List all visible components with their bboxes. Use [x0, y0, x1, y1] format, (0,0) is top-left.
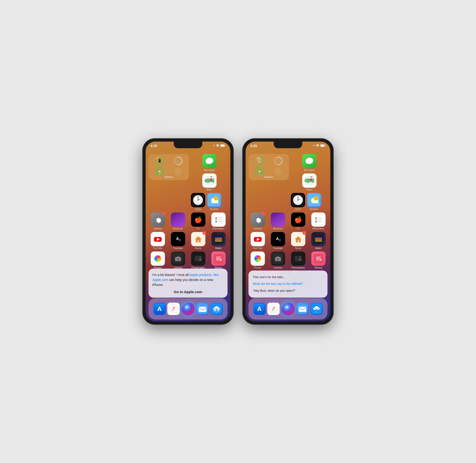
app-photos-right[interactable]: Photos: [249, 251, 267, 269]
app-tv-left[interactable]: 🍎 TV: [189, 213, 207, 230]
dock-mail-left[interactable]: [196, 303, 209, 315]
siri-joke-question: What did the bee say to the daffodil?: [253, 281, 323, 286]
writing-icon-right[interactable]: [311, 251, 326, 266]
photography-icon-right[interactable]: [291, 251, 305, 266]
app-reminders-left[interactable]: Reminders: [209, 213, 227, 230]
app-home-right[interactable]: 2 Home: [289, 232, 307, 249]
photography-icon-left[interactable]: [191, 251, 205, 266]
app-translate-left[interactable]: A 文 Translate: [169, 232, 187, 249]
safari-icon-right[interactable]: [267, 303, 280, 315]
svg-text:280: 280: [210, 176, 213, 178]
app-weather-left[interactable]: Weather: [207, 193, 221, 211]
app-photography-right[interactable]: Photography: [289, 251, 307, 269]
app-reminders-right[interactable]: Reminders: [309, 213, 327, 230]
app-wallet-left[interactable]: Wallet: [209, 232, 227, 249]
app-maps-left[interactable]: 280 Maps: [191, 173, 227, 191]
writing-icon-left[interactable]: [211, 251, 226, 266]
wallet-icon-right[interactable]: [311, 232, 326, 246]
app-tv-right[interactable]: 🍎 TV: [289, 213, 307, 230]
tv-icon-left[interactable]: 🍎: [191, 213, 205, 227]
reminders-icon-left[interactable]: [211, 213, 226, 227]
dock-siri-right[interactable]: [281, 302, 295, 315]
dock-mail-right[interactable]: [296, 303, 309, 315]
app-youtube-right[interactable]: YouTube: [249, 232, 267, 249]
weather-icon-left[interactable]: [207, 193, 221, 207]
app-youtube-left[interactable]: YouTube: [149, 232, 167, 249]
app-camera-left[interactable]: Camera: [169, 251, 187, 269]
maps-icon-right[interactable]: 280: [302, 173, 316, 188]
app-settings-left[interactable]: 1 Settings: [149, 213, 167, 230]
svg-rect-44: [217, 221, 222, 222]
dock-dropbox-right[interactable]: [310, 303, 323, 315]
app-messages-right[interactable]: Messages: [291, 154, 327, 171]
clock-icon-left[interactable]: 12 6 9 3: [191, 193, 205, 207]
app-photos-left[interactable]: Photos: [149, 251, 167, 269]
camera-icon-right[interactable]: [271, 251, 285, 266]
weather-icon-right[interactable]: [307, 193, 321, 207]
youtube-icon-left[interactable]: [151, 232, 165, 246]
shortcuts-icon-left[interactable]: [171, 213, 185, 227]
settings-badge-left: 1: [162, 212, 166, 215]
siri-cta-left[interactable]: Go to Apple.com: [152, 290, 224, 294]
app-writing-right[interactable]: Writing: [309, 251, 327, 269]
siri-orb-right[interactable]: [281, 302, 295, 315]
messages-icon-right[interactable]: [302, 154, 316, 168]
reminders-icon-right[interactable]: [311, 213, 326, 227]
photos-icon-left[interactable]: [151, 251, 165, 266]
dock-safari-right[interactable]: [267, 303, 280, 315]
app-shortcuts-right[interactable]: Shortcuts: [269, 213, 287, 230]
app-clock-right[interactable]: 12 6 9 3 Clock: [291, 193, 305, 211]
app-clock-left[interactable]: 12 6 9 3 Clock: [191, 193, 205, 211]
app-photography-left[interactable]: Photography: [189, 251, 207, 269]
tv-label-right: TV: [296, 227, 300, 230]
app-maps-right[interactable]: 280 Maps: [291, 173, 327, 191]
siri-card-right[interactable]: This one's for the kids... What did the …: [249, 270, 327, 298]
home-icon-left[interactable]: 2: [191, 232, 205, 246]
translate-icon-right[interactable]: A 文: [271, 232, 285, 246]
siri-card-left[interactable]: I'm a bit biased: I love all Apple produ…: [149, 269, 227, 298]
dropbox-icon-left[interactable]: [210, 303, 223, 315]
settings-icon-left[interactable]: 1: [151, 213, 165, 227]
dock-dropbox-left[interactable]: [210, 303, 223, 315]
svg-text:A: A: [257, 305, 261, 312]
settings-icon-right[interactable]: 1: [251, 213, 265, 227]
app-messages-left[interactable]: Messages: [191, 154, 227, 171]
shortcuts-icon-right[interactable]: [271, 213, 285, 227]
app-translate-right[interactable]: A 文 Translate: [269, 232, 287, 249]
app-shortcuts-left[interactable]: Shortcuts: [169, 213, 187, 230]
app-weather-right[interactable]: Weather: [307, 193, 321, 211]
dropbox-icon-right[interactable]: [310, 303, 323, 315]
mail-icon-right[interactable]: [296, 303, 309, 315]
appstore-icon-right[interactable]: A: [253, 303, 266, 315]
apps-col-right-top: Messages: [191, 154, 227, 191]
dock-appstore-left[interactable]: A: [153, 303, 166, 315]
batteries-widget-left[interactable]: 📱: [149, 154, 189, 180]
dock-appstore-right[interactable]: A: [253, 303, 266, 315]
tv-icon-right[interactable]: 🍎: [291, 213, 305, 227]
app-settings-right[interactable]: 1 Settings: [249, 213, 267, 230]
dock-siri-left[interactable]: [181, 302, 195, 315]
app-home-left[interactable]: 2 Home: [189, 232, 207, 249]
app-writing-left[interactable]: Writing: [209, 251, 227, 269]
wallet-icon-left[interactable]: [211, 232, 226, 246]
photos-icon-right[interactable]: [251, 251, 265, 266]
home-icon-right[interactable]: 2: [291, 232, 305, 246]
app-wallet-right[interactable]: Wallet: [309, 232, 327, 249]
apps-col-right-top-r: Messages 2: [291, 154, 327, 191]
safari-icon-left[interactable]: [167, 303, 180, 315]
svg-point-61: [178, 259, 179, 259]
appstore-icon-left[interactable]: A: [153, 303, 166, 315]
svg-rect-156: [295, 256, 298, 258]
siri-orb-left[interactable]: [181, 302, 195, 315]
mail-icon-left[interactable]: [196, 303, 209, 315]
youtube-icon-right[interactable]: [251, 232, 265, 246]
translate-icon-left[interactable]: A 文: [171, 232, 185, 246]
clock-icon-right[interactable]: 12 6 9 3: [291, 193, 305, 207]
camera-icon-left[interactable]: [171, 251, 185, 266]
siri-joke-answer: "Hey Bud, when do you open?": [253, 288, 323, 293]
dock-safari-left[interactable]: [167, 303, 180, 315]
batteries-widget-right[interactable]: ⌚ ⚡ Batteries: [249, 154, 289, 180]
messages-icon-left[interactable]: [202, 154, 216, 168]
maps-icon-left[interactable]: 280: [202, 173, 216, 188]
app-camera-right[interactable]: Camera: [269, 251, 287, 269]
